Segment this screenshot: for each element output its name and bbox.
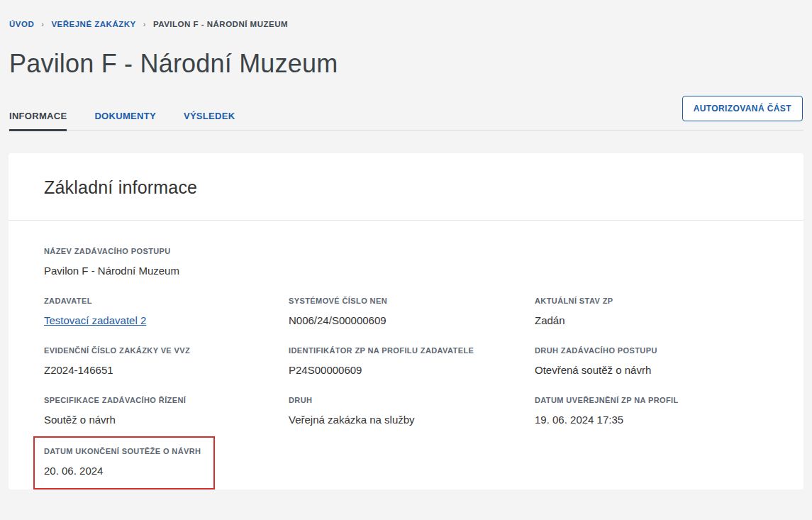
breadcrumb: ÚVOD › VEŘEJNÉ ZAKÁZKY › PAVILON F - NÁR… [9, 0, 803, 28]
field-label: DRUH ZADÁVACÍHO POSTUPU [535, 346, 789, 355]
field-identifikator-zp: IDENTIFIKÁTOR ZP NA PROFILU ZADAVATELE P… [289, 346, 535, 377]
chevron-right-icon: › [143, 20, 146, 28]
fields-grid: NÁZEV ZADÁVACÍHO POSTUPU Pavilon F - Nár… [9, 221, 803, 489]
field-value: Zadán [535, 314, 789, 327]
field-value: Pavilon F - Národní Muzeum [44, 265, 789, 277]
datum-ukonceni-highlight-box: DATUM UKONČENÍ SOUTĚŽE O NÁVRH 20. 06. 2… [33, 436, 215, 489]
field-label: DATUM UKONČENÍ SOUTĚŽE O NÁVRH [44, 447, 201, 455]
breadcrumb-link-uvod[interactable]: ÚVOD [9, 20, 34, 28]
field-label: ZADAVATEL [44, 297, 289, 305]
basic-info-card: Základní informace NÁZEV ZADÁVACÍHO POST… [9, 153, 803, 489]
tabs-bar: INFORMACE DOKUMENTY VÝSLEDEK AUTORIZOVAN… [9, 96, 803, 131]
page-title: Pavilon F - Národní Muzeum [9, 49, 803, 79]
field-evidencni-cislo-vvz: EVIDENČNÍ ČÍSLO ZAKÁZKY VE VVZ Z2024-146… [44, 346, 289, 377]
field-druh: DRUH Veřejná zakázka na služby [289, 396, 535, 426]
field-label: SYSTÉMOVÉ ČÍSLO NEN [289, 297, 535, 305]
tab-informace[interactable]: INFORMACE [9, 105, 67, 131]
field-aktualni-stav-zp: AKTUÁLNÍ STAV ZP Zadán [535, 297, 789, 327]
field-value: 19. 06. 2024 17:35 [535, 414, 789, 426]
field-systemove-cislo-nen: SYSTÉMOVÉ ČÍSLO NEN N006/24/S00000609 [289, 297, 535, 327]
page: ÚVOD › VEŘEJNÉ ZAKÁZKY › PAVILON F - NÁR… [0, 0, 812, 489]
authorized-section-button[interactable]: AUTORIZOVANÁ ČÁST [682, 96, 803, 121]
field-value: P24S00000609 [289, 364, 535, 377]
field-value: N006/24/S00000609 [289, 314, 535, 327]
section-title: Základní informace [44, 177, 768, 198]
field-value: Veřejná zakázka na služby [289, 414, 535, 426]
tab-dokumenty[interactable]: DOKUMENTY [94, 105, 155, 130]
field-value: Z2024-146651 [44, 364, 289, 377]
field-label: DRUH [289, 396, 535, 404]
field-value: 20. 06. 2024 [44, 465, 201, 477]
tab-vysledek[interactable]: VÝSLEDEK [184, 105, 235, 130]
field-zadavatel: ZADAVATEL Testovací zadavatel 2 [44, 297, 289, 327]
card-header: Základní informace [9, 153, 803, 220]
chevron-right-icon: › [41, 20, 44, 28]
field-nazev-zadavaciho-postupu: NÁZEV ZADÁVACÍHO POSTUPU Pavilon F - Nár… [44, 247, 789, 277]
tab-list: INFORMACE DOKUMENTY VÝSLEDEK [9, 105, 262, 130]
field-label: DATUM UVEŘEJNĚNÍ ZP NA PROFIL [535, 396, 789, 404]
field-datum-ukonceni-souteze: DATUM UKONČENÍ SOUTĚŽE O NÁVRH 20. 06. 2… [44, 447, 201, 477]
breadcrumb-current-page: PAVILON F - NÁRODNÍ MUZEUM [153, 20, 288, 28]
field-specifikace-rizeni: SPECIFIKACE ZADÁVACÍHO ŘÍZENÍ Soutěž o n… [44, 396, 289, 426]
field-label: AKTUÁLNÍ STAV ZP [535, 297, 789, 305]
field-label: SPECIFIKACE ZADÁVACÍHO ŘÍZENÍ [44, 396, 289, 404]
field-label: IDENTIFIKÁTOR ZP NA PROFILU ZADAVATELE [289, 346, 535, 355]
field-datum-uverejneni: DATUM UVEŘEJNĚNÍ ZP NA PROFIL 19. 06. 20… [535, 396, 789, 426]
zadavatel-link[interactable]: Testovací zadavatel 2 [44, 314, 146, 327]
field-label: EVIDENČNÍ ČÍSLO ZAKÁZKY VE VVZ [44, 346, 289, 355]
breadcrumb-link-verejne-zakazky[interactable]: VEŘEJNÉ ZAKÁZKY [51, 20, 135, 28]
field-label: NÁZEV ZADÁVACÍHO POSTUPU [44, 247, 789, 255]
field-druh-zadavaciho-postupu: DRUH ZADÁVACÍHO POSTUPU Otevřená soutěž … [535, 346, 789, 377]
field-value: Otevřená soutěž o návrh [535, 364, 789, 377]
field-value: Soutěž o návrh [44, 414, 289, 426]
